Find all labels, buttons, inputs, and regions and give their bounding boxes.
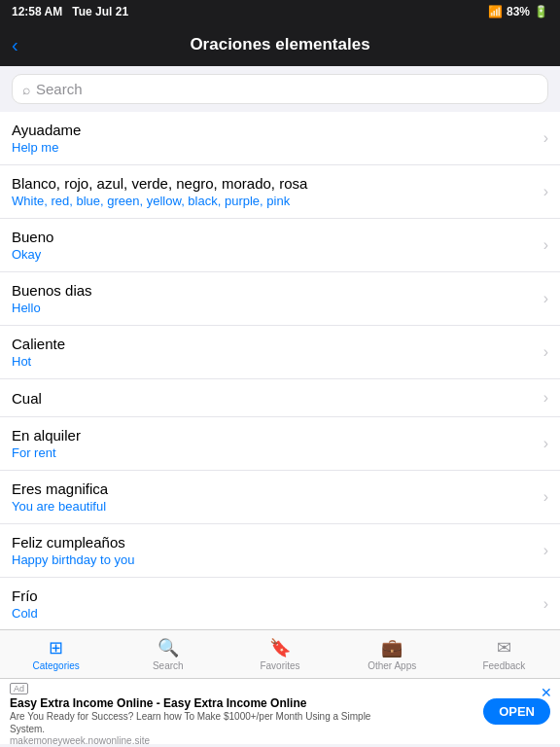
battery-indicator: 83% <box>507 5 530 18</box>
list-item[interactable]: Bueno Okay › <box>0 219 560 272</box>
list-item[interactable]: Blanco, rojo, azul, verde, negro, morado… <box>0 165 560 219</box>
list-item-primary: Frío <box>12 587 536 604</box>
ad-content: Ad Easy Extra Income Online - Easy Extra… <box>10 678 483 746</box>
list-item-content: Feliz cumpleaños Happy birthday to you <box>12 534 536 567</box>
list-item-content: En alquiler For rent <box>12 427 536 460</box>
chevron-right-icon: › <box>543 343 548 361</box>
search-bar-container: ⌕ Search <box>0 66 560 112</box>
list-item-primary: Caliente <box>12 336 536 352</box>
tab-icon: 🔍 <box>158 637 179 658</box>
ad-banner: ✕ Ad Easy Extra Income Online - Easy Ext… <box>0 678 560 744</box>
tab-feedback[interactable]: ✉ Feedback <box>448 630 560 678</box>
list-item[interactable]: Eres magnifica You are beautiful › <box>0 471 560 524</box>
ad-url: makemoneyweek.nowonline.site <box>10 735 405 746</box>
chevron-right-icon: › <box>543 389 548 407</box>
status-bar: 12:58 AM Tue Jul 21 📶 83% 🔋 <box>0 0 560 23</box>
list-item-secondary: White, red, blue, green, yellow, black, … <box>12 194 536 208</box>
list-item-secondary: You are beautiful <box>12 499 536 514</box>
ad-title: Easy Extra Income Online - Easy Extra In… <box>10 696 405 710</box>
tab-icon: 💼 <box>381 637 402 658</box>
list-item-primary: Eres magnifica <box>12 480 536 497</box>
list-item-content: Ayuadame Help me <box>12 122 536 155</box>
tab-bar: ⊞ Categories 🔍 Search 🔖 Favorites 💼 Othe… <box>0 629 560 678</box>
list-item[interactable]: Buenos dias Hello › <box>0 272 560 326</box>
list-item-content: Cual <box>12 390 536 407</box>
list-item[interactable]: Frío Cold › <box>0 578 560 629</box>
list-item-primary: En alquiler <box>12 427 536 444</box>
chevron-right-icon: › <box>543 488 548 506</box>
list-item-secondary: Hello <box>12 301 536 315</box>
list-item-secondary: Cold <box>12 606 536 621</box>
battery-icon: 🔋 <box>534 5 548 18</box>
ad-subtitle: Are You Ready for Success? Learn how To … <box>10 710 405 735</box>
chevron-right-icon: › <box>543 542 548 559</box>
search-icon: ⌕ <box>22 82 30 97</box>
list-item-secondary: Okay <box>12 247 536 262</box>
list-item-secondary: Help me <box>12 140 536 155</box>
list-item-content: Blanco, rojo, azul, verde, negro, morado… <box>12 175 536 208</box>
ad-label: Ad <box>10 683 28 694</box>
list-container: Ayuadame Help me › Blanco, rojo, azul, v… <box>0 112 560 629</box>
wifi-icon: 📶 <box>488 5 503 18</box>
chevron-right-icon: › <box>543 435 548 452</box>
ad-open-button[interactable]: OPEN <box>483 698 550 725</box>
status-indicators: 📶 83% 🔋 <box>488 5 548 18</box>
status-time: 12:58 AM Tue Jul 21 <box>12 5 128 18</box>
tab-favorites[interactable]: 🔖 Favorites <box>224 630 335 678</box>
tab-icon: 🔖 <box>269 637 291 658</box>
list-item-primary: Ayuadame <box>12 122 536 138</box>
tab-label: Favorites <box>260 660 299 671</box>
chevron-right-icon: › <box>543 129 548 147</box>
list-item-content: Eres magnifica You are beautiful <box>12 480 536 514</box>
list-item-content: Caliente Hot <box>12 336 536 369</box>
list-item[interactable]: Caliente Hot › <box>0 326 560 379</box>
list-item-primary: Feliz cumpleaños <box>12 534 536 551</box>
ad-close-button[interactable]: ✕ <box>541 685 552 700</box>
list-item[interactable]: Ayuadame Help me › <box>0 112 560 165</box>
nav-title: Oraciones elementales <box>190 35 369 54</box>
list-item-primary: Blanco, rojo, azul, verde, negro, morado… <box>12 175 536 192</box>
tab-other-apps[interactable]: 💼 Other Apps <box>336 630 448 678</box>
list-item-secondary: Happy birthday to you <box>12 552 536 567</box>
tab-label: Search <box>153 660 184 671</box>
list-item[interactable]: En alquiler For rent › <box>0 417 560 471</box>
chevron-right-icon: › <box>543 236 548 254</box>
list-item-primary: Buenos dias <box>12 282 536 299</box>
search-input[interactable]: Search <box>36 81 83 97</box>
tab-icon: ⊞ <box>49 637 63 658</box>
search-bar[interactable]: ⌕ Search <box>12 74 548 104</box>
chevron-right-icon: › <box>543 183 548 200</box>
list-item-secondary: For rent <box>12 445 536 460</box>
list-item-content: Buenos dias Hello <box>12 282 536 315</box>
tab-label: Other Apps <box>368 660 416 671</box>
list-item-content: Bueno Okay <box>12 229 536 262</box>
tab-icon: ✉ <box>497 637 511 658</box>
list-item-primary: Cual <box>12 390 536 407</box>
tab-categories[interactable]: ⊞ Categories <box>0 630 112 678</box>
chevron-right-icon: › <box>543 595 548 613</box>
chevron-right-icon: › <box>543 290 548 307</box>
list-item-primary: Bueno <box>12 229 536 245</box>
tab-label: Feedback <box>482 660 525 671</box>
list-item[interactable]: Feliz cumpleaños Happy birthday to you › <box>0 524 560 578</box>
list-item-content: Frío Cold <box>12 587 536 621</box>
nav-bar: ‹ Oraciones elementales <box>0 23 560 66</box>
list-item-secondary: Hot <box>12 354 536 369</box>
tab-label: Categories <box>32 660 79 671</box>
back-button[interactable]: ‹ <box>12 34 18 56</box>
tab-search[interactable]: 🔍 Search <box>112 630 224 678</box>
list-item[interactable]: Cual › <box>0 379 560 417</box>
